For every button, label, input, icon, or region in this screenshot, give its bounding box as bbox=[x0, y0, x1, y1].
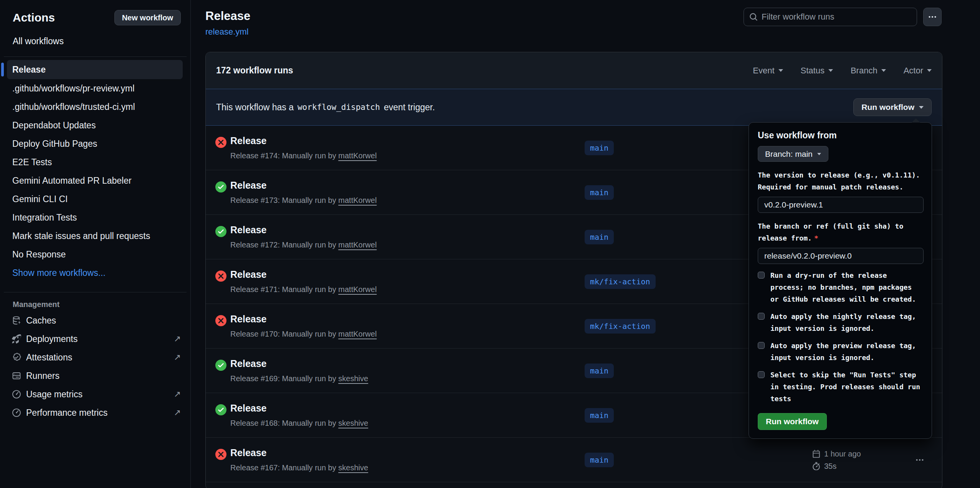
sidebar-workflow-item[interactable]: Dependabot Updates bbox=[0, 116, 190, 134]
sidebar-workflow-item[interactable]: .github/workflows/trusted-ci.yml bbox=[0, 98, 190, 116]
filter-event-dropdown[interactable]: Event bbox=[753, 66, 783, 76]
run-title-link[interactable]: Release bbox=[230, 135, 267, 146]
banner-code: workflow_dispatch bbox=[297, 103, 380, 112]
run-title-link[interactable]: Release bbox=[230, 180, 267, 191]
skip-tests-checkbox-label[interactable]: Select to skip the "Run Tests" step in t… bbox=[770, 369, 923, 405]
sidebar-workflow-label: Mark stale issues and pull requests bbox=[12, 231, 150, 241]
management-item-label: Performance metrics bbox=[26, 408, 107, 418]
management-item-performance-metrics[interactable]: Performance metrics ↗ bbox=[0, 403, 190, 422]
sidebar-title: Actions bbox=[13, 11, 55, 24]
management-item-runners[interactable]: Runners bbox=[0, 367, 190, 385]
nightly-tag-checkbox[interactable] bbox=[758, 313, 765, 320]
run-actor-link[interactable]: skeshive bbox=[338, 374, 368, 383]
run-actor-link[interactable]: mattKorwel bbox=[338, 241, 377, 249]
chevron-down-icon bbox=[817, 153, 821, 155]
filter-branch-dropdown[interactable]: Branch bbox=[851, 66, 886, 76]
run-description: Release #174: Manually run by mattKorwel bbox=[230, 151, 377, 160]
sidebar-item-all-workflows[interactable]: All workflows bbox=[13, 36, 64, 46]
branch-pill[interactable]: mk/fix-action bbox=[585, 319, 656, 334]
banner-text: event trigger. bbox=[384, 102, 435, 113]
branch-select-button[interactable]: Branch: main bbox=[758, 146, 828, 162]
run-actor-link[interactable]: skeshive bbox=[338, 463, 368, 472]
run-title-link[interactable]: Release bbox=[230, 403, 267, 414]
filter-status-dropdown[interactable]: Status bbox=[801, 66, 833, 76]
branch-pill[interactable]: main bbox=[585, 453, 614, 467]
run-workflow-submit-button[interactable]: Run workflow bbox=[758, 413, 827, 430]
workflow-options-kebab-button[interactable] bbox=[923, 8, 942, 26]
branch-pill[interactable]: main bbox=[585, 141, 614, 155]
run-actor-link[interactable]: mattKorwel bbox=[338, 330, 377, 338]
run-description-text: Release #174: Manually run by bbox=[230, 151, 336, 160]
dry-run-checkbox-label[interactable]: Run a dry-run of the release process; no… bbox=[770, 269, 923, 305]
sidebar-workflow-item[interactable]: Gemini Automated PR Labeler bbox=[0, 171, 190, 190]
management-item-usage-metrics[interactable]: Usage metrics ↗ bbox=[0, 385, 190, 403]
management-item-label: Usage metrics bbox=[26, 389, 83, 400]
skip-tests-checkbox[interactable] bbox=[758, 371, 765, 378]
dry-run-checkbox[interactable] bbox=[758, 272, 765, 279]
kebab-horizontal-icon bbox=[928, 12, 937, 22]
preview-tag-checkbox[interactable] bbox=[758, 342, 765, 349]
run-title-link[interactable]: Release bbox=[230, 269, 267, 280]
branch-pill[interactable]: main bbox=[585, 185, 614, 200]
preview-tag-checkbox-label[interactable]: Auto apply the preview release tag, inpu… bbox=[770, 340, 923, 364]
runners-icon bbox=[12, 371, 21, 380]
run-meta: 1 hour ago 35s bbox=[812, 449, 861, 470]
version-input[interactable] bbox=[758, 197, 924, 213]
branch-pill[interactable]: main bbox=[585, 408, 614, 423]
sidebar-workflow-item-selected[interactable]: Release bbox=[7, 60, 183, 79]
banner-text: This workflow has a bbox=[216, 102, 294, 113]
run-title-link[interactable]: Release bbox=[230, 224, 267, 236]
x-circle-icon bbox=[215, 315, 226, 326]
run-workflow-dropdown-label: Run workflow bbox=[861, 103, 914, 112]
stopwatch-icon bbox=[812, 462, 820, 470]
branch-pill[interactable]: main bbox=[585, 364, 614, 378]
new-workflow-button[interactable]: New workflow bbox=[114, 10, 181, 25]
run-description-text: Release #172: Manually run by bbox=[230, 241, 336, 249]
page-title: Release bbox=[205, 9, 250, 23]
chevron-down-icon bbox=[919, 106, 924, 109]
sidebar-workflow-item[interactable]: No Response bbox=[0, 245, 190, 264]
external-link-arrow-icon: ↗ bbox=[174, 334, 181, 344]
run-actor-link[interactable]: skeshive bbox=[338, 419, 368, 427]
sidebar-workflow-item[interactable]: Integration Tests bbox=[0, 208, 190, 227]
check-circle-icon bbox=[215, 181, 226, 193]
run-description-text: Release #173: Manually run by bbox=[230, 196, 336, 204]
sidebar-workflow-item[interactable]: .github/workflows/pr-review.yml bbox=[0, 79, 190, 98]
panel-heading: Use workflow from bbox=[758, 130, 923, 141]
filter-workflow-runs-input[interactable] bbox=[762, 12, 911, 22]
run-title-link[interactable]: Release bbox=[230, 314, 267, 325]
management-item-label: Attestations bbox=[26, 352, 72, 363]
run-kebab-button[interactable] bbox=[912, 452, 927, 468]
run-actor-link[interactable]: mattKorwel bbox=[338, 285, 377, 294]
filter-workflow-runs-box[interactable] bbox=[744, 8, 917, 26]
management-item-caches[interactable]: Caches bbox=[0, 311, 190, 330]
ref-input[interactable] bbox=[758, 248, 924, 264]
run-description: Release #168: Manually run by skeshive bbox=[230, 419, 368, 428]
sidebar-workflow-item[interactable]: Mark stale issues and pull requests bbox=[0, 227, 190, 245]
branch-pill[interactable]: main bbox=[585, 230, 614, 244]
sidebar-workflow-label: .github/workflows/pr-review.yml bbox=[12, 83, 134, 94]
nightly-tag-checkbox-label[interactable]: Auto apply the nightly release tag, inpu… bbox=[770, 310, 923, 334]
branch-pill[interactable]: mk/fix-action bbox=[585, 274, 656, 289]
run-actor-link[interactable]: mattKorwel bbox=[338, 151, 377, 160]
field-label: The branch or ref (full git sha) to rele… bbox=[758, 220, 923, 244]
run-title-link[interactable]: Release bbox=[230, 447, 267, 458]
management-item-deployments[interactable]: Deployments ↗ bbox=[0, 330, 190, 348]
external-link-arrow-icon: ↗ bbox=[174, 408, 181, 418]
runs-list-header: 172 workflow runs Event Status Branch Ac… bbox=[206, 52, 942, 89]
external-link-arrow-icon: ↗ bbox=[174, 352, 181, 362]
sidebar-workflow-item[interactable]: Deploy GitHub Pages bbox=[0, 134, 190, 153]
management-item-attestations[interactable]: Attestations ↗ bbox=[0, 348, 190, 367]
x-circle-icon bbox=[215, 271, 226, 282]
sidebar-workflow-item[interactable]: E2E Tests bbox=[0, 153, 190, 171]
workflow-run-row[interactable]: Release Release #167: Manually run by sk… bbox=[206, 438, 942, 482]
run-workflow-dropdown-button[interactable]: Run workflow bbox=[853, 98, 932, 116]
run-actor-link[interactable]: mattKorwel bbox=[338, 196, 377, 204]
panel-field: The branch or ref (full git sha) to rele… bbox=[758, 220, 923, 264]
filter-actor-dropdown[interactable]: Actor bbox=[904, 66, 932, 76]
field-label: The version to release (e.g., v0.1.11). … bbox=[758, 169, 923, 193]
sidebar-workflow-item[interactable]: Gemini CLI CI bbox=[0, 190, 190, 208]
run-title-link[interactable]: Release bbox=[230, 358, 267, 369]
workflow-file-link[interactable]: release.yml bbox=[205, 27, 248, 37]
show-more-workflows-link[interactable]: Show more workflows... bbox=[0, 264, 190, 282]
